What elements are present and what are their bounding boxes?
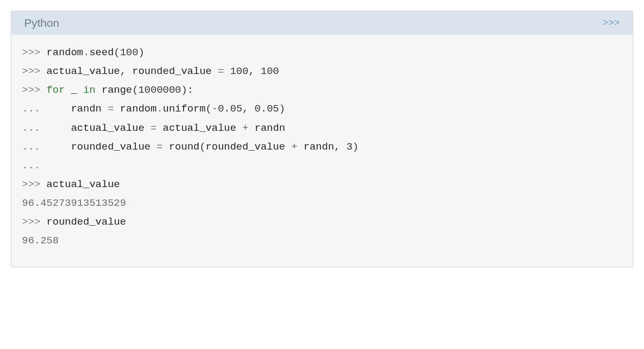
code-token: for xyxy=(47,84,65,96)
code-token: = xyxy=(150,122,156,134)
code-token: , xyxy=(243,103,248,115)
code-token: randn xyxy=(254,122,285,134)
code-token: 100 xyxy=(230,65,248,77)
code-token: . xyxy=(83,47,89,58)
code-token: randn xyxy=(304,141,334,153)
code-token: = xyxy=(157,141,163,153)
code-token: ( xyxy=(206,103,211,115)
code-token: random xyxy=(120,103,156,115)
code-token: 100 xyxy=(261,65,279,77)
code-token: 100 xyxy=(120,47,138,58)
code-output: 96.258 xyxy=(22,232,622,250)
code-token: ( xyxy=(200,141,206,153)
code-token: actual_value xyxy=(47,65,120,77)
code-token: rounded_value xyxy=(206,141,285,153)
continuation-indicator: ... xyxy=(22,103,47,115)
code-line: >>> random.seed(100) xyxy=(22,43,622,62)
code-line: ... xyxy=(22,157,622,175)
code-line: >>> actual_value xyxy=(22,175,622,194)
code-header-title: Python xyxy=(24,17,59,29)
continuation-indicator: ... xyxy=(22,122,47,134)
code-token: uniform xyxy=(163,103,206,115)
prompt-indicator: >>> xyxy=(22,179,47,190)
prompt-indicator: >>> xyxy=(22,84,47,96)
code-line: >>> rounded_value xyxy=(22,213,622,232)
code-token: actual_value xyxy=(47,179,120,190)
code-token: , xyxy=(248,65,254,77)
code-token: in xyxy=(83,84,96,96)
code-token: 1000000 xyxy=(138,84,181,96)
code-token: , xyxy=(334,141,340,153)
code-token: - xyxy=(212,103,218,115)
code-token: actual_value xyxy=(71,122,144,134)
code-token: , xyxy=(120,65,126,77)
code-token: ) xyxy=(279,103,285,115)
code-token: = xyxy=(218,65,224,77)
code-token: rounded_value xyxy=(132,65,211,77)
code-token: actual_value xyxy=(163,122,236,134)
code-token: + xyxy=(291,141,297,153)
code-output: 96.45273913513529 xyxy=(22,194,622,213)
code-token: + xyxy=(243,122,248,134)
code-token: round xyxy=(169,141,200,153)
code-token: range xyxy=(101,84,132,96)
prompt-indicator: >>> xyxy=(22,47,47,58)
code-token: ( xyxy=(132,84,138,96)
code-block: Python >>> >>> random.seed(100) >>> actu… xyxy=(11,11,633,268)
code-token: rounded_value xyxy=(71,141,150,153)
code-token: ): xyxy=(181,84,194,96)
continuation-indicator: ... xyxy=(22,141,47,153)
code-token: ) xyxy=(138,47,144,58)
continuation-indicator: ... xyxy=(22,160,40,172)
toggle-prompts-button[interactable]: >>> xyxy=(603,18,620,28)
code-line: >>> actual_value, rounded_value = 100, 1… xyxy=(22,62,622,81)
code-token: = xyxy=(108,103,114,115)
code-token: . xyxy=(157,103,163,115)
prompt-indicator: >>> xyxy=(22,65,47,77)
code-header: Python >>> xyxy=(11,11,633,35)
code-token: 0.05 xyxy=(254,103,279,115)
code-token: random xyxy=(47,47,83,58)
code-body: >>> random.seed(100) >>> actual_value, r… xyxy=(11,35,633,267)
code-line: ... rounded_value = round(rounded_value … xyxy=(22,138,622,157)
code-token: _ xyxy=(71,84,77,96)
code-token: seed xyxy=(89,47,114,58)
code-token: ( xyxy=(114,47,120,58)
code-line: >>> for _ in range(1000000): xyxy=(22,81,622,100)
code-token: randn xyxy=(71,103,101,115)
prompt-indicator: >>> xyxy=(22,216,47,228)
code-token: ) xyxy=(353,141,358,153)
code-line: ... actual_value = actual_value + randn xyxy=(22,119,622,138)
code-token: 3 xyxy=(346,141,352,153)
code-token: 0.05 xyxy=(218,103,243,115)
code-token: rounded_value xyxy=(47,216,126,228)
code-line: ... randn = random.uniform(-0.05, 0.05) xyxy=(22,100,622,118)
